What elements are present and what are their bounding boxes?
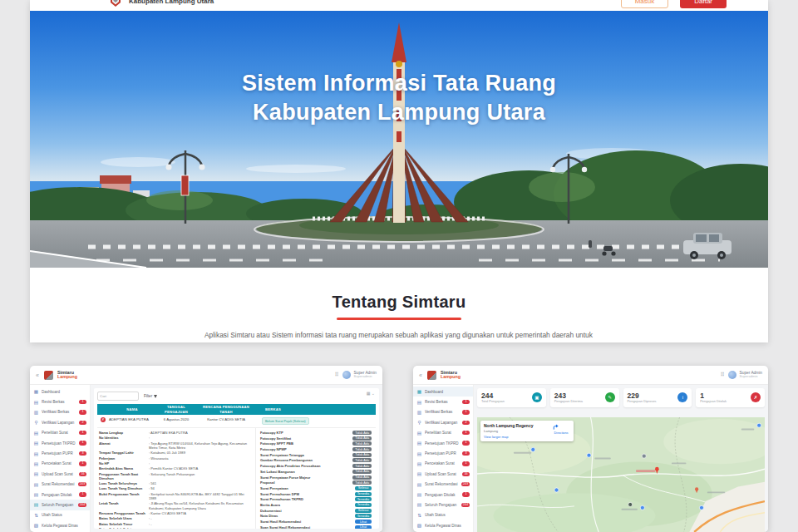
- sidebar-item[interactable]: ▧ Kelola Pegawai Dinas: [413, 520, 473, 530]
- sidebar-badge: 1: [79, 461, 86, 466]
- sidebar-item[interactable]: ▤ Pengajuan Ditolak 1: [413, 490, 473, 500]
- user-avatar[interactable]: [728, 371, 736, 379]
- detail-row: Rencana Penggunaan Tanah : Kantor CV.ADI…: [99, 511, 252, 515]
- berkas-label: Berita Acara: [260, 503, 355, 507]
- sidebar-item[interactable]: ▥ Verifikasi Berkas 1: [30, 407, 90, 417]
- berkas-row: Surat Pernyataan Force Majeur Tidak Ada: [260, 475, 372, 480]
- berkas-badge: Tersedia: [355, 514, 372, 518]
- sidebar-badge: 244: [461, 503, 470, 507]
- stat-label: Pengajuan Diproses: [628, 400, 678, 404]
- map-area[interactable]: North Lampung Regency Lampung View large…: [477, 417, 765, 532]
- stat-card: 243 Pengajuan Diterima ✎: [550, 388, 619, 407]
- sidebar-collapse-icon[interactable]: «: [419, 372, 422, 378]
- sidebar-item[interactable]: ▤ Revisi Berkas 1: [30, 397, 90, 406]
- sidebar-item[interactable]: ▤ Revisi Berkas 1: [413, 397, 473, 406]
- app-sidebar: ▦ Dashboard ▤ Revisi Berkas 1 ▥ Verifika…: [30, 385, 91, 532]
- stat-icon: ▣: [532, 392, 542, 402]
- detail-row: Bukti Penguasaan Tanah : Sertipikat tana…: [99, 492, 252, 501]
- berkas-badge: Tersedia: [355, 497, 372, 501]
- sidebar-item-label: Kelola Pegawai Dinas: [425, 524, 470, 528]
- filter-button[interactable]: Filter: [144, 394, 157, 398]
- directions-button[interactable]: Directions: [552, 423, 570, 439]
- berkas-badge: Tidak Ada: [352, 480, 372, 485]
- sidebar-item[interactable]: ⚲ Verifikasi Lapangan 2: [413, 417, 473, 427]
- sidebar-item[interactable]: ▤ Pengajuan Ditolak 1: [30, 490, 90, 500]
- sidebar-item[interactable]: ▤ Seluruh Pengajuan 244: [30, 500, 90, 510]
- user-info: Super Admin Superadmin: [740, 371, 762, 379]
- sidebar-item-icon: ▤: [33, 400, 39, 405]
- sidebar-item[interactable]: ▤ Surat Rekomendasi 243: [30, 480, 90, 490]
- user-avatar[interactable]: [342, 371, 351, 379]
- sidebar-item[interactable]: ⇅ Ubah Status: [413, 510, 473, 520]
- sidebar-item[interactable]: ▦ Dashboard: [413, 387, 473, 397]
- berkas-label: Fotocopy SPPT PBB: [260, 441, 352, 446]
- view-larger-map-link[interactable]: View larger map: [484, 435, 549, 439]
- landing-page: Kabupaten Lampung Utara Masuk Daftar: [30, 0, 768, 342]
- berkas-badge: Tidak Ada: [352, 475, 372, 480]
- directions-label: Directions: [552, 431, 570, 435]
- sidebar-item[interactable]: ▤ Penelitian Surat 1: [413, 428, 473, 438]
- berkas-badge: Tersedia: [355, 492, 372, 496]
- sidebar-collapse-icon[interactable]: «: [36, 372, 39, 378]
- sidebar-item-label: Persetujuan PUPR: [42, 451, 76, 456]
- sidebar-item[interactable]: ▤ Persetujuan TKPRD 1: [413, 438, 473, 448]
- dashboard-main: 244 Total Pengajuan ▣ 243 Pengajuan Dite…: [474, 385, 768, 532]
- detail-label: Rencana Penggunaan Tanah: [99, 511, 149, 515]
- stat-label: Pengajuan Diterima: [554, 400, 605, 404]
- pengajuan-panel: ▦ ⌄ Filter NAMA TANGGAL PENGAJUAN RENCAN…: [94, 388, 379, 529]
- apps-grid-icon[interactable]: ⠿: [334, 372, 338, 378]
- sidebar-item[interactable]: ▤ Upload Scan Surat 16: [413, 469, 473, 479]
- berkas-row: Surat Permohonan TKPRD Tersedia: [260, 497, 372, 501]
- view-toggle-icons[interactable]: ▦ ⌄: [367, 391, 375, 396]
- sidebar-item[interactable]: ▤ Seluruh Pengajuan 244: [413, 500, 473, 510]
- sidebar-item[interactable]: ⚲ Verifikasi Lapangan 2: [30, 417, 90, 427]
- sidebar-item-label: Surat Rekomendasi: [42, 482, 76, 486]
- search-input[interactable]: [97, 392, 139, 401]
- sidebar-item-icon: ▤: [33, 431, 39, 436]
- sidebar-item[interactable]: ▧ Kelola Pegawai Dinas: [30, 520, 90, 530]
- sidebar-item-label: Ubah Status: [42, 513, 86, 517]
- app-logo-line2: Lampung: [441, 375, 461, 379]
- map-place-subtitle: Lampung: [484, 429, 549, 433]
- sidebar-item[interactable]: ▤ Pencetakan Surat 1: [413, 459, 473, 469]
- table-header-nama: NAMA: [109, 407, 155, 411]
- sidebar-item-label: Seluruh Pengajuan: [42, 503, 76, 507]
- berkas-badge: Tidak Ada: [352, 470, 372, 474]
- sidebar-item[interactable]: ▤ Penelitian Surat 1: [30, 428, 90, 438]
- berkas-row: Fotocopy NPWP Tidak Ada: [260, 447, 372, 451]
- sidebar-item-label: Revisi Berkas: [425, 400, 460, 404]
- detail-label: Pekerjaan: [99, 456, 149, 461]
- table-row[interactable]: ✗ ADEPTIAN EKA PUTRA 6 Agustus 2020 Kant…: [97, 415, 376, 428]
- sidebar-item-icon: ▤: [33, 441, 39, 446]
- sidebar-item[interactable]: ▤ Persetujuan PUPR 3: [413, 448, 473, 458]
- status-rejected-icon: ✗: [101, 417, 106, 422]
- sidebar-item[interactable]: ▤ Pencetakan Surat 1: [30, 459, 90, 469]
- berkas-row: Scan Surat Hasil Rekomendasi Lihat: [260, 525, 372, 529]
- berkas-row: Proposal Tidak Ada: [260, 480, 372, 485]
- detail-label: Penggunaan Tanah Saat Dimohon: [99, 472, 149, 481]
- sidebar-badge: 1: [462, 410, 470, 414]
- berkas-row: Berita Acara Tersedia: [260, 503, 372, 507]
- berkas-row: Fotocopy Sertifikat Tidak Ada: [260, 436, 372, 441]
- sidebar-item[interactable]: ▥ Verifikasi Berkas 1: [413, 407, 473, 417]
- user-role: Superadmin: [740, 375, 762, 379]
- detail-label: Batas Sebelah Timur: [99, 522, 149, 526]
- apps-grid-icon[interactable]: ⠿: [720, 372, 724, 378]
- sidebar-item[interactable]: ▤ Persetujuan TKPRD 1: [30, 438, 90, 448]
- sidebar-item-icon: ▥: [416, 410, 422, 415]
- sidebar-item[interactable]: ▤ Persetujuan PUPR 3: [30, 448, 90, 458]
- detail-row: No Identitas :: [99, 436, 252, 440]
- login-button[interactable]: Masuk: [621, 0, 669, 8]
- sidebar-item[interactable]: ▤ Surat Rekomendasi 243: [413, 480, 473, 490]
- sidebar-item-label: Seluruh Pengajuan: [425, 503, 459, 507]
- table-header: NAMA TANGGAL PENGAJUAN RENCANA PENGGUNAA…: [97, 404, 376, 415]
- berkas-badge: Tidak Ada: [352, 458, 372, 462]
- hero-monument-photo: [30, 11, 768, 268]
- register-button[interactable]: Daftar: [680, 0, 727, 8]
- sidebar-item[interactable]: ▤ Upload Scan Surat 16: [30, 469, 90, 479]
- site-header: Kabupaten Lampung Utara Masuk Daftar: [30, 0, 768, 11]
- sidebar-item[interactable]: ▦ Dashboard: [30, 387, 90, 397]
- sidebar-item-icon: ▤: [416, 400, 422, 405]
- sidebar-item[interactable]: ⇅ Ubah Status: [30, 510, 90, 520]
- detail-label: Batas Sebelah Utara: [99, 516, 149, 520]
